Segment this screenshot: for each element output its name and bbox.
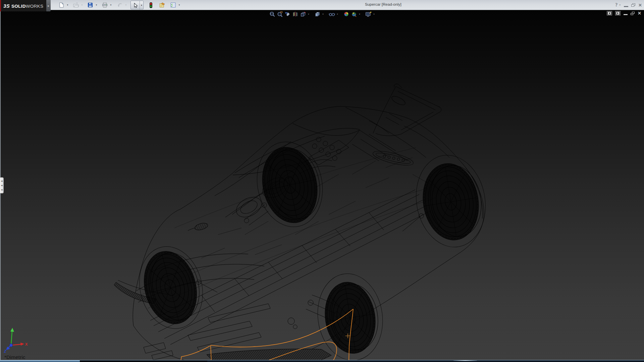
triad-x-label: X xyxy=(25,342,28,346)
pane-collapse-left-button[interactable] xyxy=(607,11,612,15)
minimize-button[interactable] xyxy=(624,3,628,7)
edit-appearance-button[interactable] xyxy=(343,10,350,17)
print-button[interactable] xyxy=(100,1,109,9)
apply-scene-button[interactable] xyxy=(351,10,358,17)
interior-wireframe xyxy=(196,137,436,329)
taskbar[interactable] xyxy=(0,360,644,362)
select-button[interactable] xyxy=(131,1,140,10)
view-orientation-button[interactable] xyxy=(300,10,307,17)
options-button[interactable] xyxy=(169,1,177,9)
doc-restore-icon xyxy=(631,12,635,15)
menu-flyout-arrow[interactable]: ▸ xyxy=(46,0,51,11)
traffic-light-icon xyxy=(149,2,153,8)
open-icon xyxy=(73,2,79,8)
view-orientation-label: *Dimetric xyxy=(4,354,25,360)
minimize-icon xyxy=(624,6,628,7)
file-properties-button[interactable] xyxy=(158,1,166,9)
select-dropdown[interactable]: ▼ xyxy=(140,1,143,10)
zoom-to-fit-button[interactable] xyxy=(269,10,276,17)
zoom-to-area-button[interactable] xyxy=(276,10,283,17)
options-icon xyxy=(170,2,176,8)
brand-3s: 3S xyxy=(3,3,10,9)
headsup-view-toolbar: ▾ ▾ ▾ xyxy=(269,10,376,17)
view-settings-button[interactable] xyxy=(365,10,372,17)
collapse-arrow-icon: ◀ xyxy=(1,189,3,191)
select-cursor-icon xyxy=(133,3,138,8)
options-dropdown[interactable]: ▼ xyxy=(177,1,181,9)
document-title: Supercar [Read-only] xyxy=(365,2,401,6)
brand-text: 3SSOLIDWORKS xyxy=(3,3,43,9)
restore-button[interactable] xyxy=(631,3,635,7)
reference-triad: X Z xyxy=(4,328,28,353)
hide-show-items-button[interactable] xyxy=(328,10,335,17)
doc-restore-button[interactable] xyxy=(631,12,635,15)
collapse-arrow-icon: ◀ xyxy=(1,184,3,186)
close-button[interactable]: ✕ xyxy=(638,3,642,8)
save-icon xyxy=(88,2,93,8)
doc-close-button[interactable]: ✕ xyxy=(638,11,641,15)
view-orientation-icon xyxy=(300,11,306,17)
display-style-button[interactable] xyxy=(314,10,321,17)
rear-right-wheel xyxy=(418,159,487,244)
help-button[interactable]: ? xyxy=(615,2,618,8)
save-dropdown[interactable]: ▼ xyxy=(95,1,98,9)
collapse-arrow-icon: ◀ xyxy=(1,180,3,182)
pane-collapse-right-button[interactable] xyxy=(615,11,621,15)
section-view-icon xyxy=(292,11,298,17)
eyeglasses-icon xyxy=(328,11,335,17)
view-orientation-dropdown[interactable]: ▾ xyxy=(307,13,310,15)
document-window-controls: ✕ xyxy=(607,11,641,15)
apply-scene-icon xyxy=(351,11,357,17)
view-settings-dropdown[interactable]: ▾ xyxy=(373,13,376,15)
save-button[interactable] xyxy=(86,1,95,9)
brand-works: WORKS xyxy=(26,4,44,9)
appearance-sphere-icon xyxy=(343,11,349,17)
featuremanager-collapsed-tab[interactable]: ◀ ◀ ◀ xyxy=(0,177,4,193)
print-icon xyxy=(102,2,108,8)
taskbar-glow xyxy=(453,360,477,361)
title-bar: 3SSOLIDWORKS ▸ ▼ ▼ xyxy=(0,0,644,10)
section-view-button[interactable] xyxy=(292,10,299,17)
window-controls: ? ▼ ✕ xyxy=(615,0,642,10)
undo-button[interactable] xyxy=(115,1,124,9)
hide-show-dropdown[interactable]: ▾ xyxy=(336,13,339,15)
open-button[interactable] xyxy=(71,1,80,9)
restore-icon xyxy=(631,3,635,7)
graphics-area[interactable]: ◀ ◀ ◀ xyxy=(0,10,644,362)
display-style-icon xyxy=(314,11,320,17)
standard-toolbar: ▼ ▼ ▼ xyxy=(57,1,181,9)
wheels-wireframe xyxy=(137,141,487,357)
doc-minimize-button[interactable] xyxy=(624,12,628,15)
new-document-icon xyxy=(59,2,64,8)
help-dropdown[interactable]: ▼ xyxy=(619,4,621,6)
taskbar-segment xyxy=(0,360,80,362)
pane-left-arrow-icon xyxy=(608,12,611,15)
apply-scene-dropdown[interactable]: ▾ xyxy=(358,13,361,15)
display-style-dropdown[interactable]: ▾ xyxy=(322,13,325,15)
undo-icon xyxy=(117,2,123,8)
new-dropdown[interactable]: ▼ xyxy=(66,1,69,9)
pane-right-arrow-icon xyxy=(616,12,620,15)
brand-solid: SOLID xyxy=(11,4,26,9)
zoom-to-area-icon xyxy=(277,11,283,17)
solidworks-logo[interactable]: 3SSOLIDWORKS xyxy=(0,0,46,11)
undo-dropdown[interactable]: ▼ xyxy=(124,1,128,9)
select-tool-group: ▼ xyxy=(130,1,144,9)
doc-minimize-icon xyxy=(624,14,628,15)
print-dropdown[interactable]: ▼ xyxy=(109,1,113,9)
view-settings-icon xyxy=(365,11,372,17)
logo-red-accent xyxy=(0,0,1,11)
taskbar-segment xyxy=(80,360,207,362)
rear-wing-wireframe xyxy=(373,84,441,136)
open-dropdown[interactable]: ▼ xyxy=(80,1,84,9)
new-document-button[interactable] xyxy=(57,1,66,9)
rebuild-button[interactable] xyxy=(147,1,155,9)
file-properties-icon xyxy=(159,2,165,8)
previous-view-button[interactable] xyxy=(284,10,291,17)
triad-z-label: Z xyxy=(4,350,6,353)
zoom-to-fit-icon xyxy=(269,11,275,17)
model-wireframe-supercar[interactable]: X Z xyxy=(0,10,644,362)
previous-view-icon xyxy=(284,11,290,17)
